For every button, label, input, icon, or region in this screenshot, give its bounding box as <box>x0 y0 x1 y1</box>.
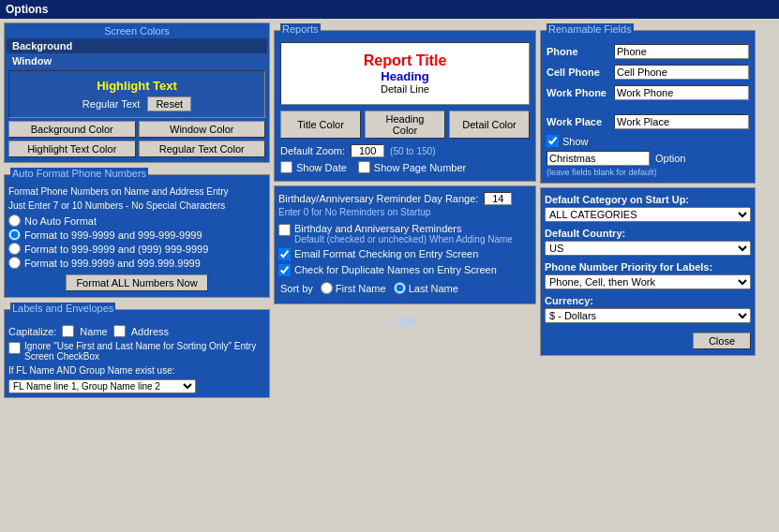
show-date-checkbox[interactable] <box>280 161 292 173</box>
birthday-section: Birthday/Anniversary Reminder Day Range:… <box>274 185 536 304</box>
help-link[interactable]: Help <box>395 314 416 325</box>
renamable-title: Renamable Fields <box>547 23 634 35</box>
zoom-label: Default Zoom: <box>280 145 345 156</box>
close-button[interactable]: Close <box>693 332 751 349</box>
email-format-checkbox[interactable] <box>278 248 291 260</box>
bday-range-input[interactable] <box>484 192 512 205</box>
bday-reminder-note: Default (checked or unchecked) When Addi… <box>294 234 513 244</box>
work-place-rename-label: Work Place <box>547 116 608 127</box>
screen-colors-section: Screen Colors Background Window Highligh… <box>4 22 270 163</box>
currency-label: Currency: <box>545 295 751 306</box>
window-title: Options <box>6 3 48 16</box>
report-heading-text: Heading <box>291 69 519 83</box>
bday-range-note: Enter 0 for No Reminders on Startup <box>278 207 532 217</box>
name-label: Name <box>80 326 107 337</box>
phone-rename-label: Phone <box>547 46 608 57</box>
show-date-label: Show Date <box>296 162 347 173</box>
address-checkbox[interactable] <box>113 325 126 337</box>
report-detail-text: Detail Line <box>291 83 519 95</box>
radio-format3-label: Format to 999.9999 and 999.999.9999 <box>24 258 201 269</box>
country-label: Default Country: <box>545 228 751 239</box>
first-name-label: First Name <box>336 283 386 294</box>
auto-format-desc1: Format Phone Numbers on Name and Address… <box>8 186 265 197</box>
reset-button[interactable]: Reset <box>147 96 191 111</box>
title-color-button[interactable]: Title Color <box>280 111 361 139</box>
background-bar: Background <box>7 38 267 53</box>
bday-reminder-label: Birthday and Anniversary Reminders <box>294 223 513 234</box>
reports-section: Reports Report Title Heading Detail Line… <box>274 30 536 182</box>
fl-label: If FL Name AND Group Name exist use: <box>8 365 265 376</box>
regular-text-color-button[interactable]: Regular Text Color <box>139 140 266 157</box>
show-checkbox[interactable] <box>547 135 559 147</box>
last-name-label: Last Name <box>409 283 458 294</box>
background-label: Background <box>12 40 72 52</box>
defaults-section: Default Category on Start Up: ALL CATEGO… <box>540 187 756 356</box>
default-note: (leave fields blank for default) <box>547 168 749 177</box>
zoom-range: (50 to 150) <box>390 146 435 156</box>
window-color-button[interactable]: Window Color <box>139 121 266 138</box>
labels-envelopes-section: Labels and Envelopes Capitalize: Name Ad… <box>4 309 270 398</box>
heading-color-button[interactable]: Heading Color <box>365 111 445 139</box>
sort-by-label: Sort by <box>280 283 313 294</box>
bday-range-label: Birthday/Anniversary Reminder Day Range: <box>278 193 478 204</box>
zoom-input[interactable] <box>351 144 384 157</box>
category-label: Default Category on Start Up: <box>545 194 751 205</box>
auto-format-desc2: Just Enter 7 or 10 Numbers - No Special … <box>8 200 265 211</box>
country-select[interactable]: US Canada UK <box>545 241 751 256</box>
category-select[interactable]: ALL CATEGORIES Business Personal <box>545 207 751 222</box>
ignore-checkbox[interactable] <box>8 342 21 354</box>
auto-format-title: Auto Format Phone Numbers <box>10 168 148 179</box>
address-label: Address <box>131 326 169 337</box>
capitalize-label: Capitalize: <box>8 326 56 337</box>
show-page-label: Show Page Number <box>374 162 466 173</box>
priority-select[interactable]: Phone, Cell, then Work Cell, Phone, then… <box>545 274 751 289</box>
auto-format-section: Auto Format Phone Numbers Format Phone N… <box>4 174 270 298</box>
name-checkbox[interactable] <box>62 325 74 337</box>
radio-format2-label: Format to 999-9999 and (999) 999-9999 <box>24 244 208 255</box>
preview-area: Highlight Text Regular Text Reset <box>8 70 265 118</box>
radio-format1-label: Format to 999-9999 and 999-999-9999 <box>24 229 202 241</box>
format-all-numbers-button[interactable]: Format ALL Numbers Now <box>66 274 207 291</box>
show-page-checkbox[interactable] <box>358 161 370 173</box>
detail-color-button[interactable]: Detail Color <box>449 111 530 139</box>
renamable-section: Renamable Fields Phone Cell Phone Work P… <box>540 30 756 184</box>
highlight-text: Highlight Text <box>13 79 261 93</box>
radio-format1[interactable] <box>8 229 21 241</box>
work-phone-rename-input[interactable] <box>614 85 749 100</box>
email-format-label: Email Format Checking on Entry Screen <box>294 248 478 259</box>
bday-reminder-checkbox[interactable] <box>278 224 291 236</box>
option-label: Option <box>655 153 685 164</box>
window-titlebar: Options <box>0 0 779 19</box>
cell-phone-rename-input[interactable] <box>614 65 749 80</box>
fl-select[interactable]: FL Name line 1, Group Name line 2 Group … <box>8 379 196 393</box>
screen-colors-title: Screen Colors <box>7 25 267 37</box>
ignore-label: Ignore "Use First and Last Name for Sort… <box>24 341 265 362</box>
show-label: Show <box>562 136 589 147</box>
priority-label: Phone Number Priority for Labels: <box>545 261 751 273</box>
background-color-button[interactable]: Background Color <box>8 121 136 138</box>
duplicate-names-label: Check for Duplicate Names on Entry Scree… <box>294 264 497 275</box>
work-phone-rename-label: Work Phone <box>547 87 608 98</box>
regular-text-label: Regular Text <box>82 98 141 110</box>
cell-phone-rename-label: Cell Phone <box>547 66 608 78</box>
highlight-text-color-button[interactable]: Highlight Text Color <box>8 140 136 157</box>
sort-last-name-radio[interactable] <box>394 282 406 294</box>
window-bar: Window <box>7 53 267 68</box>
reports-title: Reports <box>280 23 321 35</box>
duplicate-names-checkbox[interactable] <box>278 264 291 276</box>
labels-envelopes-title: Labels and Envelopes <box>10 303 115 314</box>
radio-no-auto[interactable] <box>8 214 21 227</box>
sort-first-name-radio[interactable] <box>321 282 333 294</box>
phone-rename-input[interactable] <box>614 44 749 59</box>
report-title-text: Report Title <box>291 52 519 69</box>
radio-no-auto-label: No Auto Format <box>24 215 97 227</box>
christmas-input[interactable] <box>547 151 650 166</box>
radio-format2[interactable] <box>8 243 21 255</box>
radio-format3[interactable] <box>8 257 21 269</box>
work-place-rename-input[interactable] <box>614 114 749 129</box>
report-preview: Report Title Heading Detail Line <box>280 42 530 105</box>
currency-select[interactable]: $ - Dollars € - Euros £ - Pounds <box>545 308 751 323</box>
window-label: Window <box>12 55 52 66</box>
